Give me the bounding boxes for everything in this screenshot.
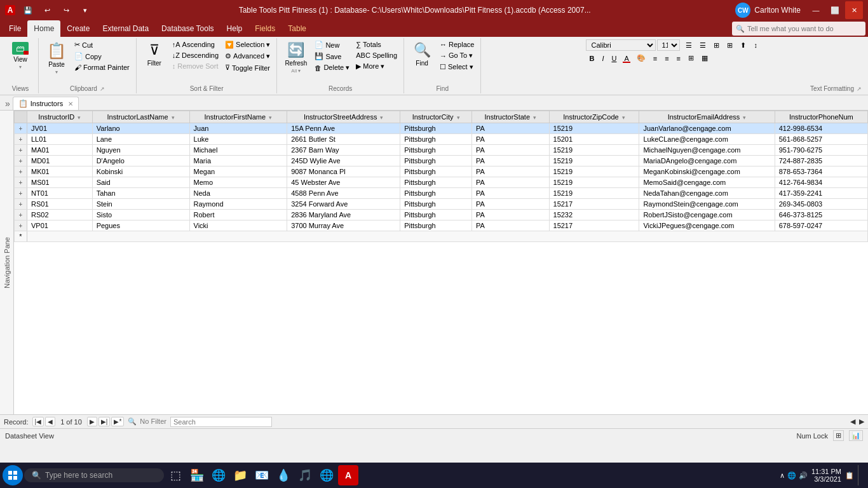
refresh-arrow[interactable]: All ▾ (291, 68, 301, 74)
cell-firstname[interactable]: Neda (189, 188, 287, 199)
table-row[interactable]: + RS02 Sisto Robert 2836 Maryland Ave Pi… (15, 210, 868, 220)
bold-btn[interactable]: B (586, 53, 597, 64)
view-toggle-pivot[interactable]: 📊 (849, 430, 863, 441)
task-view-btn[interactable]: ⬚ (165, 465, 186, 485)
font-color-btn[interactable]: A (621, 53, 632, 64)
cell-zip[interactable]: 15219 (549, 156, 639, 166)
cell-state[interactable]: PA (472, 156, 549, 166)
last-record-btn[interactable]: ▶| (98, 417, 111, 426)
table-row[interactable]: + NT01 Tahan Neda 4588 Penn Ave Pittsbur… (15, 188, 868, 199)
new-record-row[interactable]: * (15, 231, 868, 242)
advanced-btn[interactable]: ⚙ Advanced ▾ (222, 51, 273, 62)
cell-zip[interactable]: 15219 (549, 188, 639, 199)
menu-create[interactable]: Create (60, 20, 96, 37)
cell-lastname[interactable]: Tahan (92, 188, 189, 199)
refresh-btn[interactable]: 🔄 Refresh All ▾ (281, 39, 311, 76)
maximize-btn[interactable]: ⬜ (826, 1, 844, 19)
cell-lastname[interactable]: Varlano (92, 123, 189, 134)
menu-fields[interactable]: Fields (248, 20, 281, 37)
align-left-btn[interactable]: ≡ (650, 53, 660, 64)
taskbar-dropbox[interactable]: 💧 (273, 465, 294, 485)
time-display[interactable]: 11:31 PM 3/3/2021 (811, 468, 841, 483)
cell-phone[interactable]: 412-764-9834 (775, 177, 867, 188)
menu-table[interactable]: Table (281, 20, 313, 37)
expand-icon[interactable]: + (19, 222, 23, 229)
align-right-btn[interactable]: ≡ (674, 53, 684, 64)
cell-email[interactable]: MeganKobinski@cengage.com (639, 166, 775, 177)
cell-state[interactable]: PA (472, 166, 549, 177)
col-firstname[interactable]: InstructorFirstName ▾ (189, 111, 287, 123)
expand-icon[interactable]: + (19, 136, 23, 143)
cell-city[interactable]: Pittsburgh (400, 199, 472, 210)
cell-id[interactable]: NT01 (27, 188, 93, 199)
taskbar-music[interactable]: 🎵 (295, 465, 315, 485)
minimize-btn[interactable]: — (807, 1, 825, 19)
cell-lastname[interactable]: D'Angelo (92, 156, 189, 166)
cell-email[interactable]: MemoSaid@cengage.com (639, 177, 775, 188)
nav-expand-btn[interactable]: » (3, 97, 13, 110)
cell-firstname[interactable]: Juan (189, 123, 287, 134)
notifications-btn[interactable]: 📋 (845, 471, 854, 480)
cell-id[interactable]: MK01 (27, 166, 93, 177)
new-record-btn[interactable]: 📄 New (312, 39, 352, 50)
cell-phone[interactable]: 269-345-0803 (775, 199, 867, 210)
table-search-input[interactable] (170, 417, 272, 427)
cell-email[interactable]: MariaDAngelo@cengage.com (639, 156, 775, 166)
menu-help[interactable]: Help (220, 20, 249, 37)
col-city[interactable]: InstructorCity ▾ (400, 111, 472, 123)
cell-phone[interactable]: 678-597-0247 (775, 220, 867, 231)
cell-phone[interactable]: 724-887-2835 (775, 156, 867, 166)
cell-street[interactable]: 4588 Penn Ave (287, 188, 400, 199)
col-id[interactable]: InstructorID ▾ (27, 111, 93, 123)
align-top-btn[interactable]: ⬆ (737, 40, 749, 51)
cell-lastname[interactable]: Kobinski (92, 166, 189, 177)
table-row[interactable]: + MD01 D'Angelo Maria 245D Wylie Ave Pit… (15, 156, 868, 166)
cell-street[interactable]: 15A Penn Ave (287, 123, 400, 134)
cell-city[interactable]: Pittsburgh (400, 177, 472, 188)
cell-id[interactable]: VP01 (27, 220, 93, 231)
filter-btn[interactable]: ⊽ Filter (140, 39, 168, 69)
toggle-filter-btn[interactable]: ⊽ Toggle Filter (222, 62, 273, 73)
first-record-btn[interactable]: |◀ (32, 417, 44, 426)
cell-lastname[interactable]: Said (92, 177, 189, 188)
view-btn[interactable]: 🗃 View ▾ (6, 39, 34, 72)
cell-phone[interactable]: 412-998-6534 (775, 123, 867, 134)
cell-street[interactable]: 45 Webster Ave (287, 177, 400, 188)
text-formatting-expand[interactable]: ↗ (857, 86, 862, 92)
cell-id[interactable]: MD01 (27, 156, 93, 166)
cell-street[interactable]: 2836 Maryland Ave (287, 210, 400, 220)
taskbar-mail[interactable]: 📧 (252, 465, 272, 485)
cell-state[interactable]: PA (472, 220, 549, 231)
menu-search[interactable]: 🔍 (732, 22, 865, 36)
cell-street[interactable]: 3254 Forward Ave (287, 199, 400, 210)
cell-lastname[interactable]: Nguyen (92, 145, 189, 156)
col-email[interactable]: InstructorEmailAddress ▾ (639, 111, 775, 123)
cell-city[interactable]: Pittsburgh (400, 166, 472, 177)
table-row[interactable]: + MA01 Nguyen Michael 2367 Barn Way Pitt… (15, 145, 868, 156)
col-state[interactable]: InstructorState ▾ (472, 111, 549, 123)
cell-phone[interactable]: 951-790-6275 (775, 145, 867, 156)
list-bullets-btn[interactable]: ☰ (682, 40, 695, 51)
taskbar-edge[interactable]: 🌐 (208, 465, 229, 485)
col-phone[interactable]: InstructorPhoneNum (775, 111, 867, 123)
undo-btn[interactable]: ↩ (38, 1, 56, 19)
cell-firstname[interactable]: Megan (189, 166, 287, 177)
align-center-btn[interactable]: ≡ (661, 53, 672, 64)
expand-icon[interactable]: + (19, 201, 23, 208)
table-fmt-btn[interactable]: ▦ (698, 53, 711, 64)
select-btn[interactable]: ☐ Select ▾ (437, 62, 477, 72)
cell-firstname[interactable]: Michael (189, 145, 287, 156)
cell-zip[interactable]: 15219 (549, 145, 639, 156)
show-hidden-btn[interactable]: ∧ (780, 471, 785, 480)
cell-lastname[interactable]: Pegues (92, 220, 189, 231)
tab-close-icon[interactable]: ✕ (68, 100, 73, 107)
close-btn[interactable]: ✕ (845, 1, 863, 19)
menu-home[interactable]: Home (27, 20, 60, 37)
expand-icon[interactable]: + (19, 168, 23, 175)
font-size-select[interactable]: 11 (657, 39, 680, 51)
taskbar-explorer[interactable]: 📁 (230, 465, 250, 485)
cell-lastname[interactable]: Sisto (92, 210, 189, 220)
menu-external-data[interactable]: External Data (96, 20, 155, 37)
cell-street[interactable]: 2661 Butler St (287, 134, 400, 145)
cell-city[interactable]: Pittsburgh (400, 210, 472, 220)
